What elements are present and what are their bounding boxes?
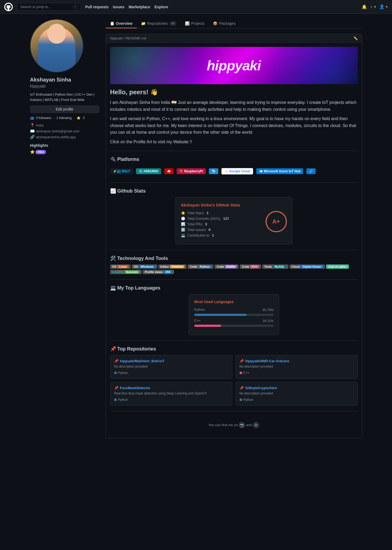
- repo-icon-3: 📌: [114, 386, 118, 390]
- platform-ibm: ☁️: [164, 168, 174, 174]
- badge-netlify: ● netlifySuccess: [110, 270, 142, 274]
- repo-desc-4: No description provided: [240, 392, 354, 395]
- badge-cloud-digitalocean: CloudDigital Ocean: [290, 264, 325, 269]
- bio-para3: Click on the Profile Art to visit my Web…: [110, 138, 358, 145]
- stats-card: Akshayan Sinha's GitHub Stats ⭐ Total St…: [175, 197, 292, 245]
- tab-projects[interactable]: 📊 Projects: [181, 19, 209, 28]
- nav-pull-requests[interactable]: Pull requests: [85, 5, 109, 9]
- profile-tabs: 📋 Overview 📁 Repositories 40 📊 Projects …: [106, 19, 362, 28]
- location-text: India: [36, 123, 44, 127]
- github-stats-title: 📈 Github Stats: [110, 188, 358, 194]
- highlights-title: Highlights: [30, 143, 99, 148]
- footer-icons-2: in: [253, 422, 259, 428]
- platforms-title: 🔌 Platforms: [110, 156, 358, 162]
- pro-badge: PRO: [35, 150, 46, 154]
- cpp-lang-name: C++: [194, 319, 201, 323]
- github-logo[interactable]: [4, 3, 13, 11]
- avatar-badge: 🏆: [75, 64, 81, 71]
- repo-title-2[interactable]: 📌 hippyaki/4WD-Car-Arduino: [240, 359, 354, 363]
- search-placeholder-text: Search or jump to...: [20, 5, 51, 9]
- top-repos-title: 📌 Top Repositories: [110, 346, 358, 352]
- tab-packages[interactable]: 📦 Packages: [209, 19, 240, 28]
- repo-desc-2: No description provided: [240, 365, 354, 368]
- repo-name-3: FaceMaskDetector: [120, 386, 151, 390]
- repo-lang-4: Python: [240, 398, 354, 402]
- repo-lang-2: C++: [240, 371, 354, 375]
- top-repos-section: 📌 Top Repositories 📌 hippyaki/MailAlert_…: [110, 346, 358, 406]
- main-layout: 🏆 Akshayan Sinha hippyaki IoT Enthusiast…: [26, 14, 366, 443]
- python-bar-wrap: [194, 314, 274, 316]
- platform-azure2: 🔗: [306, 168, 316, 174]
- user-avatar-button[interactable]: 👤 ▾: [379, 4, 388, 9]
- badge-gitter: chat on gitter: [326, 264, 349, 269]
- nav-right: 🔔 + ▾ 👤 ▾: [362, 4, 388, 9]
- readme-body: hippyaki Hello, peers! 👋 I am Akshayan S…: [106, 43, 362, 438]
- avatar-head: [47, 24, 66, 44]
- linkedin-icon[interactable]: in: [253, 422, 259, 428]
- hello-title: Hello, peers! 👋: [110, 88, 358, 96]
- stat-row-contrib: 💻 Contributed to: 1: [181, 233, 266, 237]
- repo-name-1: hippyaki/MailAlert_Bolt-IoT: [120, 359, 165, 363]
- repo-title-1[interactable]: 📌 hippyaki/MailAlert_Bolt-IoT: [114, 359, 228, 363]
- badge-os-windows: OSWindows: [132, 264, 157, 269]
- avatar-image: [31, 20, 83, 72]
- profile-name: Akshayan Sinha: [30, 77, 99, 83]
- search-bar[interactable]: Search or jump to... /: [17, 3, 81, 11]
- footer-text: You can find me on: [208, 423, 238, 427]
- overview-label: Overview: [116, 21, 133, 26]
- edit-readme-icon[interactable]: ✏️: [353, 36, 358, 40]
- following-count[interactable]: 1 following: [56, 116, 72, 120]
- readme-header: hippyaki / README.md ✏️: [106, 34, 362, 43]
- top-languages-section: 💻 My Top Languages Most Used Languages P…: [110, 285, 358, 335]
- lang-label-3: Python: [118, 398, 128, 402]
- banner-text: hippyaki: [207, 58, 261, 74]
- followers-count[interactable]: 0 followers: [36, 116, 51, 120]
- repo-title-4[interactable]: 📌 GilfoyleCryptoAlert: [240, 386, 354, 390]
- instagram-icon[interactable]: 📷: [239, 422, 245, 428]
- repo-lang-3: Python: [114, 398, 228, 402]
- contrib-value: 1: [212, 233, 214, 237]
- stars-stat-icon: ⭐: [181, 211, 185, 215]
- platform-bolt: ⚡)|(( BOLT: [110, 168, 133, 174]
- commits-value: 117: [223, 217, 229, 221]
- bio-para2: I am well versed in Python, C++, and lov…: [110, 115, 358, 136]
- navbar: Search or jump to... / Pull requests Iss…: [0, 0, 392, 14]
- commits-label: Total Commits (2021):: [187, 217, 221, 221]
- nav-issues[interactable]: Issues: [113, 5, 125, 9]
- stars-value: 1: [207, 211, 209, 215]
- stars-count[interactable]: 3: [83, 116, 85, 120]
- new-item-button[interactable]: + ▾: [370, 4, 376, 9]
- badge-profile-views: Profile views294: [143, 270, 174, 274]
- nav-explore[interactable]: Explore: [154, 5, 168, 9]
- badge-code-python: CodePython: [188, 264, 213, 269]
- tab-repositories[interactable]: 📁 Repositories 40: [137, 19, 181, 28]
- cpp-bar: [194, 325, 221, 327]
- edit-profile-button[interactable]: Edit profile: [30, 105, 99, 113]
- followers-icon: 👥: [30, 116, 34, 120]
- platforms-grid: ⚡)|(( BOLT ⚙️ ARDUINO ☁️ 🍓 RaspberryPi 📡…: [110, 165, 358, 177]
- languages-card: Most Used Languages Python 65.79%: [189, 294, 279, 335]
- repo-title-3[interactable]: 📌 FaceMaskDetector: [114, 386, 228, 390]
- star-icon: ⭐: [30, 150, 35, 154]
- footer-section: You can find me on 📷 and in: [110, 417, 358, 434]
- projects-label: Projects: [191, 21, 205, 26]
- location-icon: 📍: [30, 123, 35, 127]
- badge-code-cpp: CodeC++: [240, 264, 261, 269]
- issues-label: Total Issues:: [187, 228, 207, 232]
- repo-card-1: 📌 hippyaki/MailAlert_Bolt-IoT No descrip…: [110, 355, 232, 379]
- notifications-button[interactable]: 🔔: [362, 4, 367, 9]
- nav-links: Pull requests Issues Marketplace Explore: [85, 5, 168, 9]
- cpp-bar-wrap: [194, 325, 274, 327]
- stars-icon: ⭐: [77, 116, 81, 120]
- repositories-icon: 📁: [141, 21, 146, 26]
- projects-icon: 📊: [185, 21, 189, 26]
- nav-marketplace[interactable]: Marketplace: [129, 5, 150, 9]
- python-dot-1: [114, 372, 117, 374]
- commits-stat-icon: 🕐: [181, 217, 185, 221]
- divider-6: [110, 411, 358, 411]
- footer-icons: 📷: [239, 422, 245, 428]
- lang-label-4: Python: [244, 398, 253, 402]
- profile-banner[interactable]: hippyaki: [110, 47, 358, 84]
- divider-5: [110, 340, 358, 341]
- tab-overview[interactable]: 📋 Overview: [106, 19, 137, 28]
